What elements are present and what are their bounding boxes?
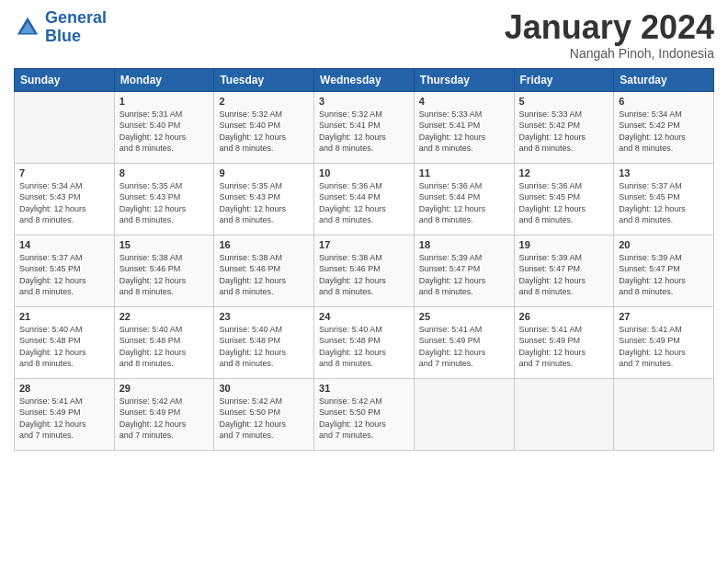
logo-line1: General (45, 8, 107, 27)
calendar-cell: 14 Sunrise: 5:37 AMSunset: 5:45 PMDaylig… (15, 235, 115, 306)
day-number: 26 (519, 311, 609, 322)
day-number: 24 (319, 311, 409, 322)
day-info: Sunrise: 5:40 AMSunset: 5:48 PMDaylight:… (119, 324, 210, 370)
calendar-cell: 5 Sunrise: 5:33 AMSunset: 5:42 PMDayligh… (514, 91, 614, 163)
location: Nangah Pinoh, Indonesia (505, 46, 714, 61)
calendar-table: Sunday Monday Tuesday Wednesday Thursday… (14, 68, 714, 451)
calendar-cell: 19 Sunrise: 5:39 AMSunset: 5:47 PMDaylig… (514, 235, 614, 306)
col-monday: Monday (114, 68, 214, 91)
day-number: 30 (219, 383, 309, 394)
day-number: 2 (219, 96, 309, 107)
day-info: Sunrise: 5:39 AMSunset: 5:47 PMDaylight:… (519, 252, 609, 298)
calendar-cell: 6 Sunrise: 5:34 AMSunset: 5:42 PMDayligh… (614, 91, 714, 163)
day-number: 19 (519, 239, 609, 250)
calendar-cell: 16 Sunrise: 5:38 AMSunset: 5:46 PMDaylig… (214, 235, 314, 306)
calendar-cell: 13 Sunrise: 5:37 AMSunset: 5:45 PMDaylig… (614, 163, 714, 235)
day-number: 3 (319, 96, 409, 107)
day-info: Sunrise: 5:41 AMSunset: 5:49 PMDaylight:… (619, 324, 709, 370)
day-info: Sunrise: 5:42 AMSunset: 5:50 PMDaylight:… (219, 396, 309, 442)
calendar-cell: 15 Sunrise: 5:38 AMSunset: 5:46 PMDaylig… (114, 235, 214, 306)
calendar-cell: 12 Sunrise: 5:36 AMSunset: 5:45 PMDaylig… (514, 163, 614, 235)
day-number: 11 (419, 167, 509, 178)
day-number: 20 (619, 239, 709, 250)
day-number: 28 (19, 383, 109, 394)
calendar-cell: 9 Sunrise: 5:35 AMSunset: 5:43 PMDayligh… (214, 163, 314, 235)
logo-line2: Blue (45, 27, 81, 45)
day-number: 5 (519, 96, 609, 107)
day-info: Sunrise: 5:41 AMSunset: 5:49 PMDaylight:… (419, 324, 509, 370)
day-number: 12 (519, 167, 609, 178)
day-info: Sunrise: 5:36 AMSunset: 5:45 PMDaylight:… (519, 180, 609, 226)
calendar-cell: 20 Sunrise: 5:39 AMSunset: 5:47 PMDaylig… (614, 235, 714, 306)
col-sunday: Sunday (15, 68, 115, 91)
title-section: January 2024 Nangah Pinoh, Indonesia (505, 9, 714, 61)
week-row-3: 21 Sunrise: 5:40 AMSunset: 5:48 PMDaylig… (15, 306, 714, 378)
calendar-cell: 8 Sunrise: 5:35 AMSunset: 5:43 PMDayligh… (114, 163, 214, 235)
calendar-cell: 21 Sunrise: 5:40 AMSunset: 5:48 PMDaylig… (15, 306, 115, 378)
day-number: 25 (419, 311, 509, 322)
calendar-cell: 18 Sunrise: 5:39 AMSunset: 5:47 PMDaylig… (414, 235, 514, 306)
day-number: 15 (119, 239, 210, 250)
day-info: Sunrise: 5:35 AMSunset: 5:43 PMDaylight:… (219, 180, 309, 226)
day-number: 16 (219, 239, 309, 250)
day-info: Sunrise: 5:32 AMSunset: 5:40 PMDaylight:… (219, 109, 309, 155)
calendar-cell: 26 Sunrise: 5:41 AMSunset: 5:49 PMDaylig… (514, 306, 614, 378)
calendar-cell: 23 Sunrise: 5:40 AMSunset: 5:48 PMDaylig… (214, 306, 314, 378)
day-info: Sunrise: 5:41 AMSunset: 5:49 PMDaylight:… (19, 396, 109, 442)
calendar-cell: 7 Sunrise: 5:34 AMSunset: 5:43 PMDayligh… (15, 163, 115, 235)
day-info: Sunrise: 5:39 AMSunset: 5:47 PMDaylight:… (619, 252, 709, 298)
calendar-cell (414, 378, 514, 450)
day-info: Sunrise: 5:36 AMSunset: 5:44 PMDaylight:… (419, 180, 509, 226)
header: General Blue January 2024 Nangah Pinoh, … (14, 9, 714, 61)
logo-text: General Blue (45, 9, 107, 46)
day-number: 10 (319, 167, 409, 178)
calendar-cell (614, 378, 714, 450)
day-number: 14 (19, 239, 109, 250)
week-row-4: 28 Sunrise: 5:41 AMSunset: 5:49 PMDaylig… (15, 378, 714, 450)
day-number: 22 (119, 311, 210, 322)
col-wednesday: Wednesday (314, 68, 415, 91)
day-info: Sunrise: 5:34 AMSunset: 5:43 PMDaylight:… (19, 180, 109, 226)
day-info: Sunrise: 5:37 AMSunset: 5:45 PMDaylight:… (619, 180, 709, 226)
day-number: 1 (119, 96, 210, 107)
day-number: 23 (219, 311, 309, 322)
day-number: 13 (619, 167, 709, 178)
day-number: 21 (19, 311, 109, 322)
day-number: 31 (319, 383, 409, 394)
day-info: Sunrise: 5:40 AMSunset: 5:48 PMDaylight:… (19, 324, 109, 370)
day-number: 17 (319, 239, 409, 250)
col-saturday: Saturday (614, 68, 714, 91)
col-friday: Friday (514, 68, 614, 91)
week-row-1: 7 Sunrise: 5:34 AMSunset: 5:43 PMDayligh… (15, 163, 714, 235)
calendar-cell: 30 Sunrise: 5:42 AMSunset: 5:50 PMDaylig… (214, 378, 314, 450)
col-tuesday: Tuesday (214, 68, 314, 91)
day-info: Sunrise: 5:42 AMSunset: 5:50 PMDaylight:… (319, 396, 409, 442)
day-number: 18 (419, 239, 509, 250)
calendar-cell: 24 Sunrise: 5:40 AMSunset: 5:48 PMDaylig… (314, 306, 415, 378)
logo-icon (14, 14, 41, 41)
logo: General Blue (14, 9, 107, 46)
page: General Blue January 2024 Nangah Pinoh, … (0, 0, 728, 563)
day-info: Sunrise: 5:38 AMSunset: 5:46 PMDaylight:… (119, 252, 210, 298)
calendar-cell: 10 Sunrise: 5:36 AMSunset: 5:44 PMDaylig… (314, 163, 415, 235)
week-row-0: 1 Sunrise: 5:31 AMSunset: 5:40 PMDayligh… (15, 91, 714, 163)
calendar-cell (15, 91, 115, 163)
day-info: Sunrise: 5:34 AMSunset: 5:42 PMDaylight:… (619, 109, 709, 155)
day-number: 27 (619, 311, 709, 322)
calendar-cell: 25 Sunrise: 5:41 AMSunset: 5:49 PMDaylig… (414, 306, 514, 378)
day-number: 29 (119, 383, 210, 394)
day-number: 9 (219, 167, 309, 178)
day-info: Sunrise: 5:35 AMSunset: 5:43 PMDaylight:… (119, 180, 210, 226)
day-info: Sunrise: 5:36 AMSunset: 5:44 PMDaylight:… (319, 180, 409, 226)
day-info: Sunrise: 5:40 AMSunset: 5:48 PMDaylight:… (319, 324, 409, 370)
calendar-cell: 2 Sunrise: 5:32 AMSunset: 5:40 PMDayligh… (214, 91, 314, 163)
calendar-cell (514, 378, 614, 450)
calendar-cell: 1 Sunrise: 5:31 AMSunset: 5:40 PMDayligh… (114, 91, 214, 163)
col-thursday: Thursday (414, 68, 514, 91)
calendar-cell: 4 Sunrise: 5:33 AMSunset: 5:41 PMDayligh… (414, 91, 514, 163)
day-info: Sunrise: 5:32 AMSunset: 5:41 PMDaylight:… (319, 109, 409, 155)
month-title: January 2024 (505, 9, 714, 46)
day-info: Sunrise: 5:33 AMSunset: 5:42 PMDaylight:… (519, 109, 609, 155)
day-info: Sunrise: 5:39 AMSunset: 5:47 PMDaylight:… (419, 252, 509, 298)
calendar-cell: 29 Sunrise: 5:42 AMSunset: 5:49 PMDaylig… (114, 378, 214, 450)
